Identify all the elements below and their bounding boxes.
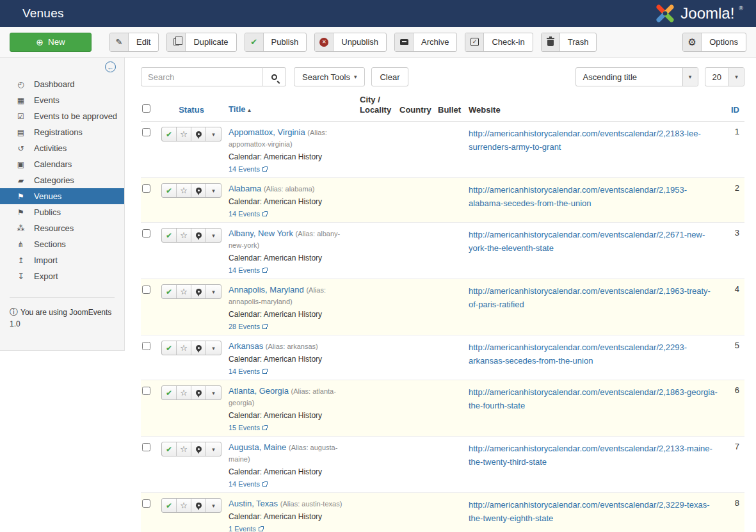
feature-toggle-button[interactable]: ☆: [177, 499, 191, 512]
venue-events-link[interactable]: 28 Events: [229, 323, 260, 330]
status-dropdown-button[interactable]: ▾: [206, 127, 221, 141]
venue-title-link[interactable]: Appomattox, Virginia: [229, 127, 305, 137]
list-limit-select[interactable]: 20 ▾: [705, 67, 744, 86]
venue-title-link[interactable]: Arkansas: [229, 341, 263, 351]
row-checkbox[interactable]: [142, 128, 150, 136]
venue-website-link[interactable]: http://americanhistorycalendar.com/event…: [469, 286, 711, 309]
venue-events-link[interactable]: 15 Events: [229, 424, 260, 431]
archive-button[interactable]: Archive: [394, 33, 457, 52]
map-button[interactable]: [191, 386, 206, 399]
sidebar-item-events[interactable]: ▦ Events: [0, 92, 124, 108]
venue-website-link[interactable]: http://americanhistorycalendar.com/event…: [469, 343, 687, 366]
sidebar-item-export[interactable]: ↧ Export: [0, 268, 124, 284]
venue-events-link[interactable]: 14 Events: [229, 266, 260, 274]
venue-events-link[interactable]: 14 Events: [229, 480, 260, 488]
row-checkbox[interactable]: [142, 387, 150, 395]
map-button[interactable]: [191, 499, 206, 512]
publish-toggle-button[interactable]: ✔: [162, 229, 177, 242]
feature-toggle-button[interactable]: ☆: [177, 184, 191, 197]
feature-toggle-button[interactable]: ☆: [177, 386, 191, 399]
status-dropdown-button[interactable]: ▾: [206, 341, 221, 355]
sidebar-collapse-button[interactable]: ←: [105, 61, 116, 72]
venue-website-link[interactable]: http://americanhistorycalendar.com/event…: [469, 129, 701, 152]
venue-website-link[interactable]: http://americanhistorycalendar.com/event…: [469, 185, 687, 208]
sidebar-item-resources[interactable]: ⁂ Resources: [0, 220, 124, 236]
sort-by-title[interactable]: Title ▴: [229, 104, 251, 114]
sidebar-item-publics[interactable]: ⚑ Publics: [0, 204, 124, 220]
map-button[interactable]: [191, 229, 206, 242]
search-input[interactable]: [141, 67, 262, 86]
venue-title-link[interactable]: Alabama: [229, 184, 261, 193]
sort-by-status[interactable]: Status: [179, 105, 204, 115]
check-in-button[interactable]: ✓ Check-in: [465, 33, 533, 52]
trash-button[interactable]: Trash: [541, 33, 597, 52]
sidebar-item-venues[interactable]: ⚑ Venues: [0, 188, 124, 204]
search-button[interactable]: [262, 67, 286, 86]
publish-toggle-button[interactable]: ✔: [162, 499, 177, 512]
status-dropdown-button[interactable]: ▾: [206, 499, 221, 512]
map-button[interactable]: [191, 285, 206, 298]
sidebar-item-events-to-be-approved[interactable]: ☑ Events to be approved: [0, 108, 124, 124]
row-checkbox[interactable]: [142, 443, 150, 451]
feature-toggle-button[interactable]: ☆: [177, 229, 191, 242]
map-button[interactable]: [191, 184, 206, 197]
venue-title-link[interactable]: Austin, Texas: [229, 499, 278, 508]
venue-events-link[interactable]: 1 Events: [229, 525, 256, 532]
sidebar-item-registrations[interactable]: ▤ Registrations: [0, 124, 124, 140]
sidebar-item-activities[interactable]: ↺ Activities: [0, 140, 124, 156]
sort-by-id[interactable]: ID: [731, 105, 739, 115]
status-dropdown-button[interactable]: ▾: [206, 229, 221, 242]
publish-toggle-button[interactable]: ✔: [162, 386, 177, 399]
publish-button[interactable]: ✔ Publish: [245, 33, 307, 52]
options-button[interactable]: ⚙ Options: [682, 33, 746, 52]
clear-button[interactable]: Clear: [371, 67, 408, 86]
duplicate-button[interactable]: Duplicate: [166, 33, 236, 52]
row-checkbox[interactable]: [142, 286, 150, 294]
venue-title-link[interactable]: Atlanta, Georgia: [229, 386, 289, 396]
new-button[interactable]: ⊕ New: [10, 33, 92, 52]
venue-title-link[interactable]: Annapolis, Maryland: [229, 285, 304, 294]
venue-title-link[interactable]: Augusta, Maine: [229, 442, 286, 452]
row-checkbox[interactable]: [142, 342, 150, 350]
publish-toggle-button[interactable]: ✔: [162, 184, 177, 197]
sidebar-item-calendars[interactable]: ▣ Calendars: [0, 156, 124, 172]
sidebar-item-sections[interactable]: ⋔ Sections: [0, 236, 124, 252]
caret-down-icon: ▾: [212, 289, 215, 295]
feature-toggle-button[interactable]: ☆: [177, 442, 191, 456]
feature-toggle-button[interactable]: ☆: [177, 127, 191, 141]
venue-website-link[interactable]: http://americanhistorycalendar.com/event…: [469, 387, 718, 410]
sidebar-item-categories[interactable]: ▰ Categories: [0, 172, 124, 188]
status-dropdown-button[interactable]: ▾: [206, 386, 221, 399]
sidebar-version-note: ⓘYou are using JoomEvents 1.0: [0, 298, 124, 330]
map-button[interactable]: [191, 442, 206, 456]
sidebar-item-import[interactable]: ↥ Import: [0, 252, 124, 268]
publish-toggle-button[interactable]: ✔: [162, 341, 177, 355]
caret-down-icon: ▾: [212, 503, 215, 509]
venue-events-link[interactable]: 14 Events: [229, 210, 260, 218]
edit-button[interactable]: ✎ Edit: [109, 33, 159, 52]
venue-website-link[interactable]: http://americanhistorycalendar.com/event…: [469, 444, 712, 467]
venue-events-link[interactable]: 14 Events: [229, 165, 260, 173]
row-checkbox[interactable]: [142, 184, 150, 193]
feature-toggle-button[interactable]: ☆: [177, 341, 191, 355]
unpublish-button[interactable]: ✕ Unpublish: [314, 33, 387, 52]
venue-title-link[interactable]: Albany, New York: [229, 229, 293, 238]
row-checkbox[interactable]: [142, 499, 150, 508]
status-dropdown-button[interactable]: ▾: [206, 285, 221, 298]
select-all-checkbox[interactable]: [142, 104, 150, 113]
sidebar-item-dashboard[interactable]: ◴ Dashboard: [0, 76, 124, 92]
map-button[interactable]: [191, 127, 206, 141]
search-tools-button[interactable]: Search Tools ▾: [294, 67, 365, 86]
publish-toggle-button[interactable]: ✔: [162, 285, 177, 298]
map-button[interactable]: [191, 341, 206, 355]
row-checkbox[interactable]: [142, 229, 150, 238]
publish-toggle-button[interactable]: ✔: [162, 127, 177, 141]
publish-toggle-button[interactable]: ✔: [162, 442, 177, 456]
status-dropdown-button[interactable]: ▾: [206, 442, 221, 456]
venue-website-link[interactable]: http://americanhistorycalendar.com/event…: [469, 500, 709, 523]
venue-website-link[interactable]: http://americanhistorycalendar.com/event…: [469, 230, 705, 253]
status-dropdown-button[interactable]: ▾: [206, 184, 221, 197]
sort-order-select[interactable]: Ascending title ▾: [575, 67, 698, 86]
venue-events-link[interactable]: 14 Events: [229, 367, 260, 375]
feature-toggle-button[interactable]: ☆: [177, 285, 191, 298]
